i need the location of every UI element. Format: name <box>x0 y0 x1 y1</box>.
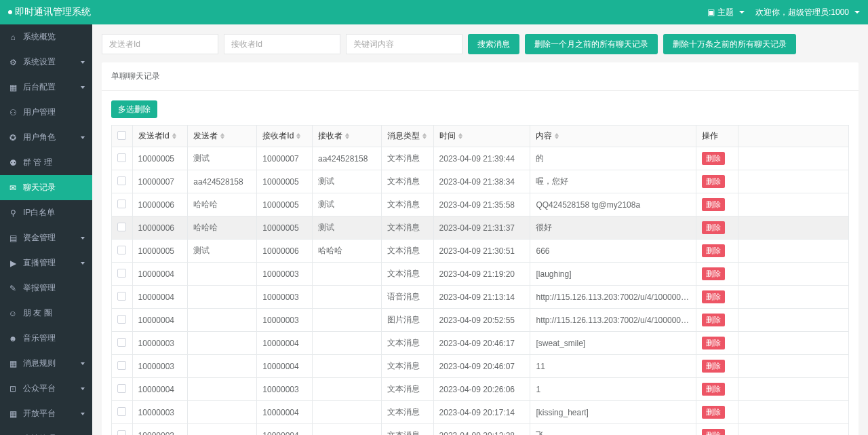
delete-row-button[interactable]: 删除 <box>702 429 725 435</box>
sidebar-item[interactable]: ☺表情管理 <box>0 426 92 435</box>
delete-row-button[interactable]: 删除 <box>702 267 725 280</box>
sidebar-item[interactable]: ⚉群 管 理 <box>0 150 92 175</box>
row-checkbox[interactable] <box>117 384 126 393</box>
sender-id-input[interactable] <box>102 34 218 54</box>
row-checkbox[interactable] <box>117 292 126 301</box>
main-content: 搜索消息 删除一个月之前的所有聊天记录 删除十万条之前的所有聊天记录 单聊聊天记… <box>92 24 868 435</box>
th-sender[interactable]: 发送者 <box>188 126 257 147</box>
cell-receiver-id: 10000005 <box>257 193 313 216</box>
th-content[interactable]: 内容 <box>530 126 696 147</box>
delete-row-button[interactable]: 删除 <box>702 314 725 326</box>
multi-delete-button[interactable]: 多选删除 <box>111 100 157 118</box>
delete-row-button[interactable]: 删除 <box>702 383 725 396</box>
sidebar-item[interactable]: ⌂系统概览 <box>0 24 92 50</box>
nav-icon: ✉ <box>8 183 18 193</box>
sidebar-item[interactable]: ⚲IP白名单 <box>0 200 92 225</box>
sidebar-item[interactable]: ⊡公众平台 <box>0 376 92 401</box>
delete-month-button[interactable]: 删除一个月之前的所有聊天记录 <box>525 34 658 54</box>
sidebar-item[interactable]: ▤资金管理 <box>0 225 92 250</box>
cell-extra <box>738 378 848 401</box>
chevron-down-icon <box>81 136 85 139</box>
nav-label: 朋 友 圈 <box>23 307 84 319</box>
row-checkbox[interactable] <box>117 176 126 185</box>
nav-icon: ⚙ <box>8 58 18 67</box>
sidebar-item[interactable]: ✎举报管理 <box>0 276 92 301</box>
chevron-down-icon <box>81 262 85 265</box>
cell-sender-id: 10000003 <box>132 424 188 436</box>
sidebar-item[interactable]: ▦开放平台 <box>0 401 92 426</box>
cell-sender: aa424528158 <box>188 170 257 193</box>
receiver-id-input[interactable] <box>224 34 340 54</box>
delete-row-button[interactable]: 删除 <box>702 337 725 349</box>
cell-sender-id: 10000006 <box>132 216 188 240</box>
cell-receiver <box>312 401 381 424</box>
nav-label: 后台配置 <box>23 81 81 93</box>
keyword-input[interactable] <box>346 34 462 54</box>
row-checkbox[interactable] <box>117 407 126 416</box>
nav-icon: ▦ <box>8 83 18 92</box>
delete-row-button[interactable]: 删除 <box>702 290 725 303</box>
user-dropdown[interactable]: 欢迎你，超级管理员:1000 <box>755 7 860 18</box>
sidebar-item[interactable]: ▦消息规则 <box>0 351 92 376</box>
cell-receiver <box>312 286 381 309</box>
nav-label: 系统概览 <box>23 31 84 43</box>
delete-row-button[interactable]: 删除 <box>702 152 725 165</box>
select-all-checkbox[interactable] <box>117 131 126 140</box>
delete-row-button[interactable]: 删除 <box>702 244 725 257</box>
cell-time: 2023-04-09 20:52:55 <box>433 309 530 332</box>
row-checkbox[interactable] <box>117 200 126 208</box>
row-checkbox[interactable] <box>117 153 126 162</box>
cell-receiver-id: 10000003 <box>257 263 313 286</box>
cell-type: 文本消息 <box>382 355 434 378</box>
th-time[interactable]: 时间 <box>433 126 530 147</box>
sidebar-item[interactable]: ▦后台配置 <box>0 75 92 100</box>
row-checkbox[interactable] <box>117 338 126 347</box>
row-checkbox[interactable] <box>117 315 126 324</box>
row-checkbox[interactable] <box>117 223 126 231</box>
nav-label: IP白名单 <box>23 207 84 219</box>
delete-row-button[interactable]: 删除 <box>702 221 725 234</box>
cell-sender <box>188 286 257 309</box>
sidebar-item[interactable]: ☻音乐管理 <box>0 326 92 351</box>
delete-row-button[interactable]: 删除 <box>702 360 725 373</box>
sidebar-item[interactable]: ⚇用户管理 <box>0 100 92 125</box>
sidebar-item[interactable]: ▶直播管理 <box>0 250 92 276</box>
panel: 单聊聊天记录 多选删除 发送者Id 发送者 接收者Id 接收者 消息类型 <box>102 62 859 435</box>
search-button[interactable]: 搜索消息 <box>468 34 519 54</box>
nav-icon: ▦ <box>8 409 18 419</box>
cell-type: 图片消息 <box>382 309 434 332</box>
delete-hundredk-button[interactable]: 删除十万条之前的所有聊天记录 <box>663 34 796 54</box>
header: 即时通讯管理系统 ▣ 主题 欢迎你，超级管理员:1000 <box>0 0 868 24</box>
cell-type: 文本消息 <box>382 170 434 193</box>
th-receiver[interactable]: 接收者 <box>312 126 381 147</box>
nav-icon: ☻ <box>8 334 18 343</box>
cell-extra <box>738 424 848 436</box>
theme-switcher[interactable]: ▣ 主题 <box>707 7 745 18</box>
cell-receiver <box>312 263 381 286</box>
nav-icon: ⌂ <box>8 33 18 42</box>
nav-icon: ⚉ <box>8 158 18 168</box>
cell-receiver-id: 10000005 <box>257 216 313 240</box>
cell-sender-id: 10000004 <box>132 286 188 309</box>
cell-receiver-id: 10000004 <box>257 355 313 378</box>
cell-sender <box>188 332 257 355</box>
cell-extra <box>738 355 848 378</box>
cell-type: 文本消息 <box>382 147 434 170</box>
row-checkbox[interactable] <box>117 269 126 278</box>
th-receiver-id[interactable]: 接收者Id <box>257 126 313 147</box>
sidebar-item[interactable]: ⚙系统设置 <box>0 50 92 75</box>
delete-row-button[interactable]: 删除 <box>702 175 725 188</box>
row-checkbox[interactable] <box>117 361 126 370</box>
th-type[interactable]: 消息类型 <box>382 126 434 147</box>
th-sender-id[interactable]: 发送者Id <box>132 126 188 147</box>
delete-row-button[interactable]: 删除 <box>702 198 725 211</box>
row-checkbox[interactable] <box>117 430 126 436</box>
delete-row-button[interactable]: 删除 <box>702 406 725 419</box>
sidebar-item[interactable]: ✉聊天记录 <box>0 175 92 200</box>
sidebar-item[interactable]: ✪用户角色 <box>0 125 92 150</box>
cell-sender-id: 10000005 <box>132 147 188 170</box>
row-checkbox[interactable] <box>117 246 126 254</box>
welcome-text: 欢迎你，超级管理员:1000 <box>755 7 849 18</box>
sidebar-item[interactable]: ☺朋 友 圈 <box>0 301 92 326</box>
cell-extra <box>738 193 848 216</box>
